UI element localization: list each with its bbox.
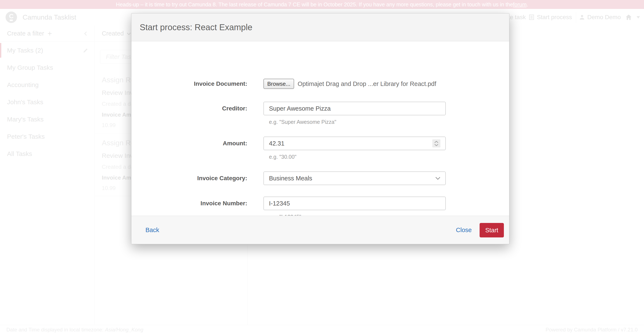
amount-helper-text: e.g. "30.00" <box>269 154 296 160</box>
amount-input[interactable] <box>264 137 446 150</box>
amount-field <box>264 137 446 150</box>
invoice-category-label: Invoice Category: <box>132 171 247 185</box>
dialog-title: Start process: React Example <box>140 22 252 32</box>
invoice-number-input[interactable] <box>264 197 446 210</box>
start-process-dialog: Start process: React Example Invoice Doc… <box>131 13 510 244</box>
stepper-up-down-icon[interactable] <box>432 139 440 147</box>
dialog-header: Start process: React Example <box>132 13 509 41</box>
chevron-down-icon <box>435 177 440 180</box>
amount-label: Amount: <box>132 137 247 150</box>
creditor-input[interactable] <box>264 102 446 115</box>
invoice-document-label: Invoice Document: <box>132 79 247 89</box>
creditor-label: Creditor: <box>132 102 247 115</box>
invoice-category-select[interactable]: Business Meals <box>264 171 446 185</box>
browse-button[interactable]: Browse... <box>264 79 294 89</box>
close-link[interactable]: Close <box>456 216 472 244</box>
invoice-number-label: Invoice Number: <box>132 197 247 210</box>
invoice-document-field: Browse... Optimajet Drag and Drop ...er … <box>264 79 446 89</box>
invoice-number-field <box>264 197 446 210</box>
selected-option: Business Meals <box>269 175 312 182</box>
uploaded-filename: Optimajet Drag and Drop ...er Library fo… <box>298 79 436 89</box>
dialog-footer: Back Close Start <box>132 216 509 244</box>
creditor-helper-text: e.g. "Super Awesome Pizza" <box>269 119 336 125</box>
invoice-category-field: Business Meals <box>264 171 446 185</box>
creditor-field <box>264 102 446 115</box>
back-link[interactable]: Back <box>146 216 159 244</box>
start-button[interactable]: Start <box>480 223 504 237</box>
